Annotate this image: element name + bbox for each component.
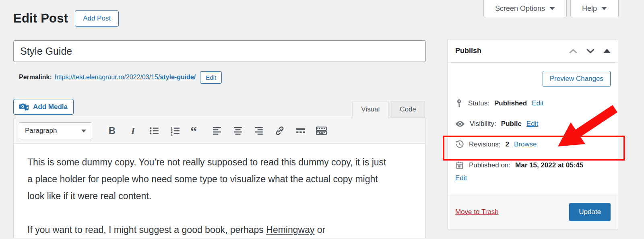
content-paragraph: This is some dummy copy. You’re not real…: [27, 154, 392, 204]
align-right-button[interactable]: [253, 125, 264, 137]
move-to-trash-link[interactable]: Move to Trash: [455, 208, 499, 216]
add-media-label: Add Media: [33, 103, 68, 111]
status-value: Published: [494, 99, 527, 107]
bulleted-list-button[interactable]: [148, 125, 160, 137]
link-icon: [275, 126, 285, 136]
published-on-edit-link[interactable]: Edit: [455, 174, 467, 182]
post-status-pin-icon: [455, 99, 463, 108]
preview-changes-button[interactable]: Preview Changes: [543, 71, 611, 87]
editor-tools: Add Media Visual Code: [13, 99, 426, 118]
visibility-row: Visibility: Public Edit: [455, 120, 611, 128]
published-on-value: Mar 15, 2022 at 05:45: [515, 161, 583, 169]
content-text: or: [314, 225, 325, 235]
revisions-row: Revisions: 2 Browse: [455, 140, 611, 149]
revisions-history-icon: [455, 140, 464, 149]
move-down-icon[interactable]: [586, 48, 595, 54]
hemingway-link[interactable]: Hemingway: [266, 225, 314, 235]
collapse-panel-icon[interactable]: [603, 49, 611, 53]
visibility-edit-link[interactable]: Edit: [526, 120, 538, 128]
visibility-value: Public: [501, 120, 522, 128]
bulleted-list-icon: [149, 126, 159, 136]
screen-options-tab[interactable]: Screen Options: [483, 0, 567, 17]
blockquote-button[interactable]: “: [190, 125, 202, 137]
revisions-label: Revisions:: [469, 140, 500, 148]
classic-editor: Add Media Visual Code Paragraph B I 123 …: [13, 99, 426, 238]
numbered-list-button[interactable]: 123: [169, 125, 181, 137]
keyboard-icon: [316, 126, 327, 136]
read-more-button[interactable]: [295, 125, 306, 137]
block-format-select[interactable]: Paragraph: [19, 122, 92, 139]
numbered-list-icon: 123: [170, 126, 180, 136]
tab-code[interactable]: Code: [391, 101, 425, 118]
permalink-url-slug: style-guide/: [160, 74, 196, 80]
chevron-down-icon: [549, 7, 555, 10]
permalink-row: Permalink: https://test.elenagraur.ro/20…: [19, 69, 222, 85]
permalink-edit-button[interactable]: Edit: [200, 71, 222, 84]
status-label: Status:: [468, 99, 489, 107]
content-text: If you want to read, I might suggest a g…: [27, 225, 266, 235]
permalink-url-prefix: https://test.elenagraur.ro/2022/03/15/: [55, 74, 160, 80]
keyboard-shortcuts-button[interactable]: [316, 125, 327, 137]
read-more-icon: [295, 126, 306, 136]
editor-mode-tabs: Visual Code: [352, 101, 425, 118]
visibility-label: Visibility:: [470, 120, 496, 128]
svg-text:3: 3: [170, 133, 172, 136]
status-row: Status: Published Edit: [455, 99, 611, 108]
editor-content-area[interactable]: This is some dummy copy. You’re not real…: [13, 144, 426, 238]
bold-button[interactable]: B: [106, 125, 118, 137]
post-title-input[interactable]: [13, 40, 426, 62]
align-right-icon: [254, 126, 264, 136]
revisions-browse-link[interactable]: Browse: [514, 140, 537, 148]
published-on-row: Published on: Mar 15, 2022 at 05:45: [455, 161, 611, 170]
align-left-icon: [212, 126, 222, 136]
move-up-icon[interactable]: [569, 48, 578, 54]
publish-panel-header[interactable]: Publish: [448, 39, 618, 63]
insert-link-button[interactable]: [274, 125, 285, 137]
publish-panel: Publish Preview Changes Status: Publishe…: [448, 39, 618, 229]
screen-meta-links: Screen Options Help: [483, 0, 619, 17]
publish-panel-controls: [569, 48, 611, 54]
align-center-icon: [233, 126, 243, 136]
add-media-button[interactable]: Add Media: [13, 99, 74, 115]
publish-panel-footer: Move to Trash Update: [448, 195, 618, 229]
published-on-label: Published on:: [469, 161, 510, 169]
content-paragraph: If you want to read, I might suggest a g…: [27, 221, 392, 238]
help-label: Help: [582, 4, 597, 13]
page-header: Edit Post Add Post: [13, 10, 119, 27]
block-format-value: Paragraph: [25, 127, 57, 135]
align-center-button[interactable]: [232, 125, 244, 137]
calendar-icon: [455, 161, 464, 170]
editor-toolbar: Paragraph B I 123 “: [13, 118, 426, 144]
svg-text:“: “: [190, 125, 197, 136]
screen-options-label: Screen Options: [495, 4, 545, 13]
chevron-down-icon: [81, 130, 86, 132]
permalink-label: Permalink:: [19, 74, 52, 81]
media-camera-note-icon: [19, 103, 29, 111]
revisions-count: 2: [505, 140, 509, 148]
status-edit-link[interactable]: Edit: [532, 99, 543, 107]
publish-panel-title: Publish: [455, 47, 481, 55]
publish-panel-body: Preview Changes Status: Published Edit V…: [448, 63, 618, 182]
italic-button[interactable]: I: [127, 125, 139, 137]
blockquote-icon: “: [190, 125, 202, 136]
align-left-button[interactable]: [211, 125, 223, 137]
permalink-link[interactable]: https://test.elenagraur.ro/2022/03/15/st…: [55, 74, 196, 81]
chevron-down-icon: [601, 7, 607, 10]
tab-visual[interactable]: Visual: [352, 101, 388, 118]
page-title: Edit Post: [13, 11, 68, 26]
eye-icon: [455, 120, 465, 128]
update-button[interactable]: Update: [569, 203, 611, 221]
add-post-button[interactable]: Add Post: [75, 10, 119, 27]
help-tab[interactable]: Help: [570, 0, 619, 17]
